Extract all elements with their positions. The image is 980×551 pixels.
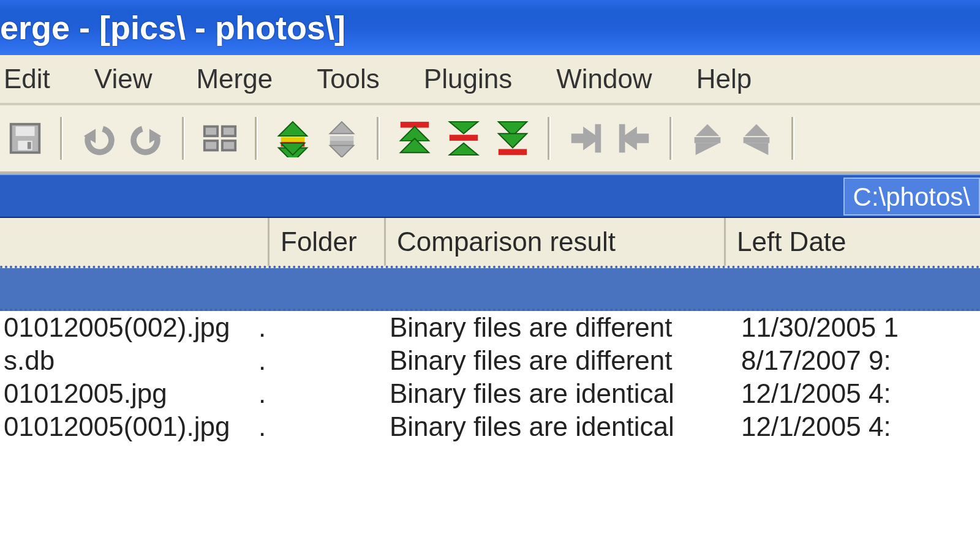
column-headers: Folder Comparison result Left Date <box>0 218 980 268</box>
merge-right-button[interactable] <box>735 117 778 160</box>
save-icon <box>6 119 44 157</box>
svg-rect-33 <box>695 137 721 143</box>
svg-marker-15 <box>330 122 354 133</box>
column-filename[interactable] <box>0 218 270 266</box>
svg-marker-32 <box>696 124 720 136</box>
copy-right-button[interactable] <box>564 117 607 160</box>
right-path-label[interactable]: C:\photos\ <box>843 178 980 216</box>
svg-rect-27 <box>499 149 527 155</box>
prev-diff-button[interactable] <box>320 117 363 160</box>
menu-bar: Edit View Merge Tools Plugins Window Hel… <box>0 55 980 105</box>
diff-next-icon <box>274 119 312 157</box>
window-title-bar: erge - [pics\ - photos\] <box>0 0 980 55</box>
svg-rect-29 <box>595 124 601 153</box>
svg-rect-9 <box>222 141 235 151</box>
to-last-diff-icon <box>494 119 532 157</box>
path-bar: C:\photos\ <box>0 174 980 218</box>
toolbar-separator <box>255 117 258 160</box>
cell-filename: s.db <box>0 345 252 376</box>
current-diff-button[interactable] <box>442 117 485 160</box>
svg-rect-17 <box>330 141 354 146</box>
cell-folder: . <box>252 345 386 376</box>
copy-left-icon <box>616 119 654 157</box>
first-diff-button[interactable] <box>393 117 436 160</box>
svg-rect-16 <box>330 136 354 141</box>
file-list: 01012005(002).jpg . Binary files are dif… <box>0 311 980 443</box>
cell-result: Binary files are different <box>386 312 737 343</box>
next-diff-button[interactable] <box>271 117 314 160</box>
cell-folder: . <box>252 312 386 343</box>
table-row[interactable]: 01012005(002).jpg . Binary files are dif… <box>0 311 980 344</box>
cell-date: 11/30/2005 1 <box>737 312 980 343</box>
svg-marker-22 <box>450 122 478 133</box>
toolbar-separator <box>548 117 551 160</box>
cell-date: 8/17/2007 9: <box>737 345 980 376</box>
toolbar-separator <box>377 117 380 160</box>
svg-rect-1 <box>16 127 35 137</box>
merge-to-left-icon <box>688 119 726 157</box>
menu-view[interactable]: View <box>91 60 156 98</box>
svg-marker-10 <box>279 122 307 136</box>
merge-to-right-icon <box>737 119 775 157</box>
svg-rect-36 <box>744 137 770 143</box>
cell-result: Binary files are different <box>386 345 737 376</box>
cell-filename: 01012005.jpg <box>0 378 252 409</box>
svg-marker-37 <box>745 143 769 155</box>
redo-icon <box>128 119 166 157</box>
svg-rect-3 <box>28 142 31 149</box>
save-button[interactable] <box>4 117 47 160</box>
layout-button[interactable] <box>198 117 241 160</box>
toolbar-separator <box>669 117 673 160</box>
menu-tools[interactable]: Tools <box>313 60 383 98</box>
copy-right-icon <box>567 119 605 157</box>
to-current-diff-icon <box>445 119 483 157</box>
toolbar-separator <box>791 117 794 160</box>
menu-help[interactable]: Help <box>693 60 756 98</box>
undo-button[interactable] <box>77 117 119 160</box>
table-row[interactable]: 01012005(001).jpg . Binary files are ide… <box>0 410 980 443</box>
menu-plugins[interactable]: Plugins <box>420 60 516 98</box>
cell-result: Binary files are identical <box>386 411 737 442</box>
cell-filename: 01012005(002).jpg <box>0 312 252 343</box>
merge-left-button[interactable] <box>686 117 729 160</box>
svg-rect-11 <box>281 137 305 142</box>
svg-rect-31 <box>619 124 625 153</box>
undo-icon <box>79 119 117 157</box>
cell-result: Binary files are identical <box>386 378 737 409</box>
svg-marker-18 <box>330 146 354 157</box>
svg-rect-6 <box>205 127 217 137</box>
cell-date: 12/1/2005 4: <box>737 411 980 442</box>
svg-rect-8 <box>205 141 217 151</box>
cell-folder: . <box>252 411 386 442</box>
table-row[interactable]: 01012005.jpg . Binary files are identica… <box>0 377 980 410</box>
cell-date: 12/1/2005 4: <box>737 378 980 409</box>
toolbar-separator <box>182 117 185 160</box>
menu-window[interactable]: Window <box>552 60 656 98</box>
svg-marker-34 <box>696 143 720 155</box>
svg-rect-7 <box>222 127 235 137</box>
layout-icon <box>201 119 239 157</box>
svg-marker-24 <box>450 143 478 155</box>
toolbar-separator <box>60 117 63 160</box>
selected-row[interactable] <box>0 268 980 311</box>
cell-folder: . <box>252 378 386 409</box>
copy-left-button[interactable] <box>613 117 656 160</box>
svg-marker-26 <box>499 133 527 148</box>
last-diff-button[interactable] <box>491 117 534 160</box>
column-left-date[interactable]: Left Date <box>726 218 980 266</box>
column-result[interactable]: Comparison result <box>386 218 726 266</box>
redo-button[interactable] <box>126 117 168 160</box>
to-first-diff-icon <box>396 119 434 157</box>
svg-rect-23 <box>450 135 478 141</box>
diff-prev-icon <box>323 119 361 157</box>
toolbar <box>0 105 980 174</box>
svg-marker-35 <box>745 124 769 136</box>
table-row[interactable]: s.db . Binary files are different 8/17/2… <box>0 344 980 377</box>
window-title-text: erge - [pics\ - photos\] <box>0 9 345 47</box>
menu-edit[interactable]: Edit <box>0 60 54 98</box>
menu-merge[interactable]: Merge <box>192 60 276 98</box>
column-folder[interactable]: Folder <box>270 218 386 266</box>
cell-filename: 01012005(001).jpg <box>0 411 252 442</box>
